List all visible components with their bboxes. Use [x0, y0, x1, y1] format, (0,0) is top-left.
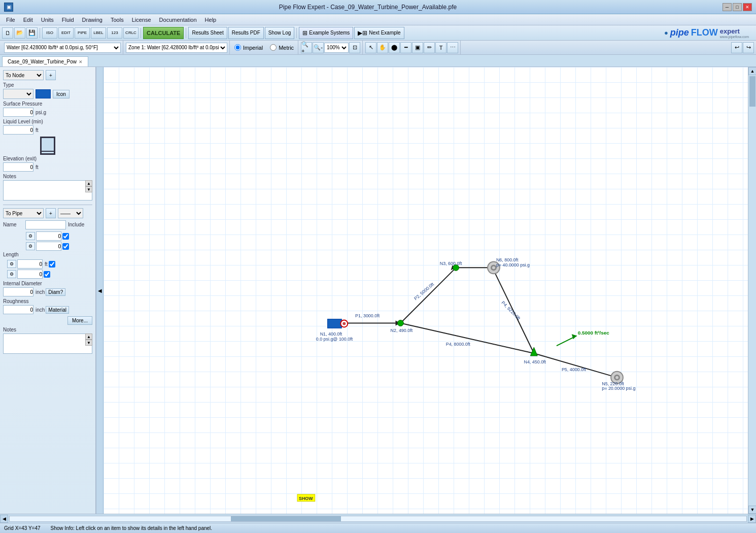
- roughness-label: Roughness: [3, 298, 92, 304]
- icon-button[interactable]: Icon: [53, 90, 70, 98]
- menu-help[interactable]: Help: [201, 16, 221, 24]
- results-sheet-button[interactable]: Results Sheet: [188, 27, 227, 39]
- to-node-select[interactable]: To Node: [3, 70, 44, 80]
- pipe-name-input[interactable]: [25, 220, 66, 229]
- svg-rect-11: [328, 319, 342, 328]
- node-add-btn[interactable]: +: [46, 70, 56, 80]
- example-systems-button[interactable]: ⊞ Example Systems: [299, 27, 353, 39]
- menu-tools[interactable]: Tools: [107, 16, 128, 24]
- length-fittings-icon-2: ⚙: [7, 270, 16, 278]
- pipe-notes-scroll-up[interactable]: ▲: [85, 334, 92, 340]
- num-input-2[interactable]: [36, 242, 61, 251]
- elevation-exit-input[interactable]: [3, 162, 33, 172]
- next-example-button[interactable]: ▶⊞ Next Example: [354, 27, 404, 39]
- scroll-down-btn[interactable]: ▼: [748, 506, 756, 514]
- diam-button[interactable]: Diam?: [46, 288, 65, 296]
- minimize-button[interactable]: ─: [723, 3, 732, 11]
- fittings-icon-1: ⚙: [26, 232, 35, 240]
- maximize-button[interactable]: □: [733, 3, 742, 11]
- edit-btn[interactable]: EDIT: [58, 27, 74, 39]
- notes-textarea-pipe[interactable]: [3, 334, 92, 354]
- scroll-left-btn[interactable]: ◀: [0, 515, 8, 523]
- menu-file[interactable]: File: [2, 16, 19, 24]
- zoom-in-btn[interactable]: 🔍+: [301, 42, 312, 53]
- more-tools-btn[interactable]: ⋯: [447, 42, 458, 53]
- open-file-btn[interactable]: 📂: [14, 27, 25, 39]
- notes-scroll-down[interactable]: ▼: [85, 186, 92, 192]
- length-input[interactable]: [17, 259, 43, 269]
- vertical-scrollbar[interactable]: ▲ ▼: [748, 67, 756, 514]
- zoom-out-btn[interactable]: 🔍-: [313, 42, 324, 53]
- titlebar: ▣ Pipe Flow Expert - Case_09_Water_Turbi…: [0, 0, 756, 14]
- calculate-button[interactable]: CALCULATE: [143, 27, 184, 39]
- undo-btn[interactable]: ↩: [731, 42, 742, 53]
- more-button[interactable]: More...: [67, 316, 92, 325]
- num-input-1[interactable]: [36, 231, 61, 241]
- check-1[interactable]: [62, 233, 69, 240]
- svg-text:0.5000 ft³/sec: 0.5000 ft³/sec: [578, 330, 610, 336]
- scroll-right-btn[interactable]: ▶: [748, 515, 756, 523]
- text-tool-btn[interactable]: T: [435, 42, 446, 53]
- liquid-level-input[interactable]: [3, 125, 33, 135]
- panel-collapse-btn[interactable]: ◀: [96, 67, 104, 514]
- new-file-btn[interactable]: 🗋: [2, 27, 13, 39]
- length-input-2[interactable]: [17, 270, 43, 279]
- notes-textarea-node[interactable]: [3, 180, 92, 201]
- crlc-btn[interactable]: CRLC: [123, 27, 139, 39]
- pipe-tool-btn[interactable]: ━: [400, 42, 411, 53]
- scroll-up-btn[interactable]: ▲: [748, 67, 756, 75]
- results-pdf-button[interactable]: Results PDF: [228, 27, 264, 39]
- main-tab[interactable]: Case_09_Water_Turbine_Pow ✕: [2, 56, 88, 66]
- roughness-input[interactable]: [3, 305, 33, 314]
- notes-scroll-up[interactable]: ▲: [85, 180, 92, 186]
- show-log-button[interactable]: Show Log: [265, 27, 294, 39]
- zone-select[interactable]: Zone 1: Water [62.428000 lb/ft³ at 0.0ps…: [126, 43, 227, 53]
- menu-documentation[interactable]: Documentation: [155, 16, 201, 24]
- label-btn[interactable]: LBEL: [91, 27, 106, 39]
- material-button[interactable]: Material: [46, 306, 69, 314]
- tab-close[interactable]: ✕: [79, 59, 83, 64]
- fluid-select[interactable]: Water [62.428000 lb/ft³ at 0.0psi.g, 50°…: [4, 43, 121, 53]
- internal-diameter-input[interactable]: [3, 287, 33, 296]
- node-color-preview: [36, 89, 51, 98]
- menu-license[interactable]: License: [128, 16, 155, 24]
- pipe-notes-scroll-down[interactable]: ▼: [85, 340, 92, 346]
- units-imperial-radio[interactable]: Imperial: [234, 44, 263, 51]
- close-button[interactable]: ✕: [743, 3, 752, 11]
- elevation-exit-label: Elevation (exit): [3, 156, 92, 161]
- check-2[interactable]: [62, 243, 69, 250]
- pipe-line-select[interactable]: ——: [58, 208, 83, 218]
- cursor-tool-btn[interactable]: ↖: [365, 42, 376, 53]
- type-select[interactable]: [3, 89, 33, 99]
- fit-btn[interactable]: ⊡: [349, 42, 360, 53]
- pencil-tool-btn[interactable]: ✏: [424, 42, 435, 53]
- 123-btn[interactable]: 123: [107, 27, 122, 39]
- pipe-add-btn[interactable]: +: [46, 208, 56, 218]
- pan-tool-btn[interactable]: ✋: [377, 42, 388, 53]
- to-pipe-select[interactable]: To Pipe: [3, 208, 44, 218]
- svg-text:P5, 4000.0ft: P5, 4000.0ft: [562, 367, 587, 372]
- roughness-unit: inch: [36, 307, 45, 313]
- menu-units[interactable]: Units: [37, 16, 58, 24]
- horizontal-scrollbar[interactable]: ◀ ▶: [0, 514, 756, 523]
- menu-edit[interactable]: Edit: [19, 16, 37, 24]
- redo-btn[interactable]: ↪: [743, 42, 754, 53]
- pipe-btn[interactable]: PIPE: [75, 27, 90, 39]
- menu-drawing[interactable]: Drawing: [78, 16, 107, 24]
- node-tool-btn[interactable]: ⬤: [389, 42, 400, 53]
- check-3[interactable]: [49, 261, 55, 268]
- save-file-btn[interactable]: 💾: [26, 27, 38, 39]
- iso-btn[interactable]: ISO: [42, 27, 57, 39]
- surface-pressure-input[interactable]: [3, 108, 33, 117]
- canvas-area[interactable]: N1, 400.0ft 0.0 psi.g@ 100.0ft P1, 3000.…: [104, 67, 748, 514]
- scroll-thumb[interactable]: [749, 76, 755, 107]
- units-metric-radio[interactable]: Metric: [270, 44, 294, 51]
- menu-fluid[interactable]: Fluid: [58, 16, 78, 24]
- surface-pressure-label: Surface Pressure: [3, 101, 92, 107]
- svg-text:N4, 450.0ft: N4, 450.0ft: [524, 359, 546, 364]
- select-tool-btn[interactable]: ▣: [412, 42, 423, 53]
- internal-diameter-label: Internal Diameter: [3, 281, 92, 286]
- check-4[interactable]: [44, 271, 50, 278]
- svg-line-5: [534, 353, 617, 378]
- zoom-select[interactable]: 100%: [324, 43, 349, 53]
